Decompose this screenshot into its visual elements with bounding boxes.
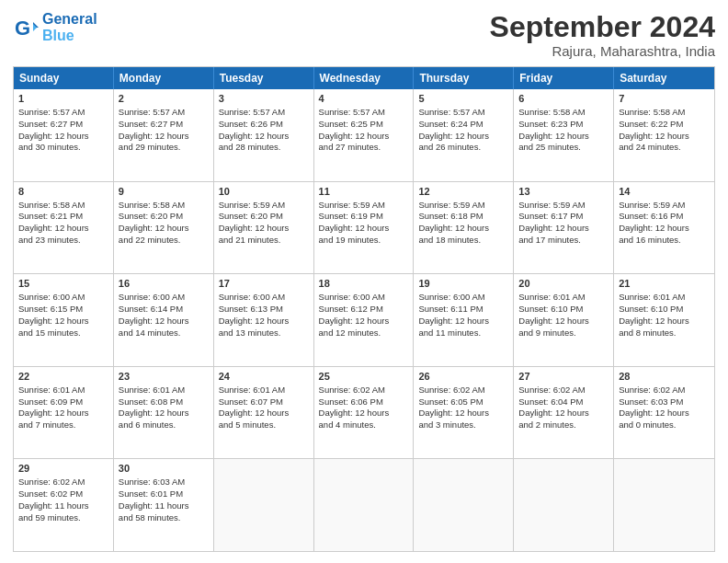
day-info-line: Sunset: 6:10 PM <box>518 304 609 316</box>
day-number: 20 <box>518 277 609 291</box>
calendar: SundayMondayTuesdayWednesdayThursdayFrid… <box>13 66 715 552</box>
logo-blue: Blue <box>42 28 97 44</box>
day-info-line: and 58 minutes. <box>119 512 209 524</box>
calendar-week-5: 29Sunrise: 6:02 AMSunset: 6:02 PMDayligh… <box>14 459 714 551</box>
header-day-monday: Monday <box>114 67 214 89</box>
header-day-wednesday: Wednesday <box>314 67 415 89</box>
day-cell-4: 4Sunrise: 5:57 AMSunset: 6:25 PMDaylight… <box>314 89 415 181</box>
header-day-sunday: Sunday <box>14 67 114 89</box>
day-info-line: Sunrise: 5:59 AM <box>319 200 409 212</box>
day-number: 3 <box>219 92 309 106</box>
day-number: 13 <box>518 185 609 199</box>
day-info-line: Daylight: 12 hours <box>119 408 209 419</box>
day-info-line: Sunset: 6:18 PM <box>418 211 508 223</box>
day-info-line: and 30 minutes. <box>18 142 108 154</box>
day-number: 30 <box>119 462 209 476</box>
day-info-line: Daylight: 12 hours <box>18 223 108 235</box>
day-info-line: Sunrise: 5:58 AM <box>518 107 609 119</box>
day-number: 22 <box>18 370 108 384</box>
day-info-line: and 0 minutes. <box>619 419 710 431</box>
page: G General Blue September 2024 Rajura, Ma… <box>0 0 728 563</box>
title-block: September 2024 Rajura, Maharashtra, Indi… <box>490 11 715 59</box>
day-number: 7 <box>619 92 710 106</box>
day-info-line: Sunrise: 5:58 AM <box>18 200 108 212</box>
day-number: 12 <box>418 185 508 199</box>
svg-text:G: G <box>15 17 30 40</box>
header-day-friday: Friday <box>514 67 614 89</box>
day-info-line: Sunset: 6:11 PM <box>418 304 508 316</box>
day-info-line: and 17 minutes. <box>518 235 609 247</box>
day-info-line: Sunset: 6:13 PM <box>219 304 309 316</box>
day-cell-16: 16Sunrise: 6:00 AMSunset: 6:14 PMDayligh… <box>114 274 214 366</box>
day-cell-7: 7Sunrise: 5:58 AMSunset: 6:22 PMDaylight… <box>614 89 714 181</box>
day-info-line: Sunset: 6:04 PM <box>518 396 609 408</box>
day-info-line: Daylight: 12 hours <box>518 131 609 143</box>
day-number: 2 <box>119 92 209 106</box>
day-number: 16 <box>119 277 209 291</box>
day-info-line: Sunrise: 6:02 AM <box>18 477 108 488</box>
day-info-line: Sunrise: 5:58 AM <box>619 107 710 119</box>
day-info-line: and 16 minutes. <box>619 235 710 247</box>
day-info-line: Daylight: 12 hours <box>18 408 108 419</box>
header: G General Blue September 2024 Rajura, Ma… <box>13 11 715 59</box>
day-info-line: and 5 minutes. <box>219 419 309 431</box>
day-cell-1: 1Sunrise: 5:57 AMSunset: 6:27 PMDaylight… <box>14 89 114 181</box>
day-info-line: Sunrise: 6:00 AM <box>319 292 409 304</box>
day-info-line: Daylight: 12 hours <box>518 223 609 235</box>
day-number: 25 <box>319 370 409 384</box>
day-number: 15 <box>18 277 108 291</box>
day-info-line: Sunrise: 6:02 AM <box>619 385 710 396</box>
day-info-line: Sunset: 6:22 PM <box>619 119 710 131</box>
day-info-line: Sunset: 6:16 PM <box>619 211 710 223</box>
header-day-saturday: Saturday <box>614 67 714 89</box>
header-day-tuesday: Tuesday <box>214 67 314 89</box>
day-info-line: and 4 minutes. <box>319 419 409 431</box>
empty-cell <box>314 459 415 551</box>
day-cell-11: 11Sunrise: 5:59 AMSunset: 6:19 PMDayligh… <box>314 182 415 274</box>
empty-cell <box>414 459 514 551</box>
day-info-line: Daylight: 12 hours <box>619 408 710 419</box>
day-info-line: Daylight: 12 hours <box>319 408 409 419</box>
day-info-line: Sunrise: 6:03 AM <box>119 477 209 488</box>
day-info-line: Daylight: 12 hours <box>119 223 209 235</box>
day-number: 10 <box>219 185 309 199</box>
day-cell-18: 18Sunrise: 6:00 AMSunset: 6:12 PMDayligh… <box>314 274 415 366</box>
day-info-line: and 59 minutes. <box>18 512 108 524</box>
day-info-line: Sunrise: 6:02 AM <box>418 385 508 396</box>
day-cell-2: 2Sunrise: 5:57 AMSunset: 6:27 PMDaylight… <box>114 89 214 181</box>
day-info-line: Daylight: 12 hours <box>619 131 710 143</box>
day-cell-26: 26Sunrise: 6:02 AMSunset: 6:05 PMDayligh… <box>414 367 514 459</box>
day-number: 27 <box>518 370 609 384</box>
day-info-line: Daylight: 12 hours <box>319 316 409 327</box>
day-info-line: Sunset: 6:19 PM <box>319 211 409 223</box>
calendar-body: 1Sunrise: 5:57 AMSunset: 6:27 PMDaylight… <box>14 89 714 551</box>
day-cell-23: 23Sunrise: 6:01 AMSunset: 6:08 PMDayligh… <box>114 367 214 459</box>
day-info-line: Daylight: 12 hours <box>219 223 309 235</box>
day-info-line: Sunset: 6:25 PM <box>319 119 409 131</box>
day-info-line: and 12 minutes. <box>319 327 409 339</box>
day-info-line: Sunrise: 5:57 AM <box>418 107 508 119</box>
empty-cell <box>214 459 314 551</box>
day-info-line: Sunrise: 5:59 AM <box>619 200 710 212</box>
day-cell-3: 3Sunrise: 5:57 AMSunset: 6:26 PMDaylight… <box>214 89 314 181</box>
day-info-line: Daylight: 12 hours <box>119 316 209 327</box>
day-cell-29: 29Sunrise: 6:02 AMSunset: 6:02 PMDayligh… <box>14 459 114 551</box>
day-number: 11 <box>319 185 409 199</box>
empty-cell <box>514 459 614 551</box>
day-number: 29 <box>18 462 108 476</box>
day-number: 14 <box>619 185 710 199</box>
day-number: 4 <box>319 92 409 106</box>
header-day-thursday: Thursday <box>414 67 514 89</box>
day-info-line: Daylight: 12 hours <box>119 131 209 143</box>
day-info-line: Sunset: 6:23 PM <box>518 119 609 131</box>
day-number: 24 <box>219 370 309 384</box>
day-info-line: Daylight: 12 hours <box>518 316 609 327</box>
page-title: September 2024 <box>490 11 715 43</box>
day-info-line: Sunset: 6:14 PM <box>119 304 209 316</box>
day-info-line: and 24 minutes. <box>619 142 710 154</box>
day-info-line: and 8 minutes. <box>619 327 710 339</box>
calendar-week-4: 22Sunrise: 6:01 AMSunset: 6:09 PMDayligh… <box>14 367 714 460</box>
day-info-line: Daylight: 12 hours <box>619 223 710 235</box>
day-info-line: Daylight: 12 hours <box>219 316 309 327</box>
day-info-line: and 21 minutes. <box>219 235 309 247</box>
